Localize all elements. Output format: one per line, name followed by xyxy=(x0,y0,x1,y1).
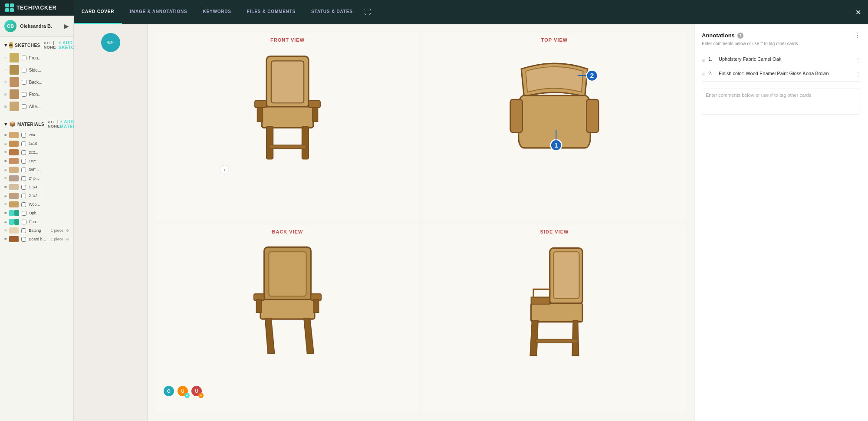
list-item: ≡ 1 1/4... xyxy=(0,183,73,191)
sketches-section-header: ▾ ✏ Sketches All | None + ADD SKETCH xyxy=(0,37,73,52)
sketches-collapse-icon[interactable]: ▾ xyxy=(4,42,7,48)
sketch-checkbox[interactable] xyxy=(22,92,26,97)
material-checkbox[interactable] xyxy=(21,168,26,172)
app-title: TECHPACKER xyxy=(16,5,56,11)
tab-image-annotations[interactable]: IMAGE & ANNOTATIONS xyxy=(122,0,195,24)
annotations-menu-icon[interactable]: ⋮ xyxy=(854,31,861,39)
drag-icon: ≡ xyxy=(4,80,7,85)
back-view-svg xyxy=(161,239,414,360)
card-edit-area: ✏ xyxy=(74,24,148,421)
material-swatch xyxy=(9,236,19,242)
material-checkbox[interactable] xyxy=(21,228,26,233)
material-qty: 1 piece xyxy=(51,237,63,241)
svg-rect-13 xyxy=(510,99,523,132)
tab-keywords[interactable]: KEYWORDS xyxy=(195,0,239,24)
material-qty: 1 piece xyxy=(51,228,63,233)
views-grid: FRONT VIEW xyxy=(156,33,686,412)
annotation-more-icon[interactable]: ⋮ xyxy=(855,56,861,63)
side-view-block: SIDE VIEW xyxy=(423,225,686,412)
materials-collapse-icon[interactable]: ▾ xyxy=(4,121,7,127)
annotations-info-icon[interactable]: ? xyxy=(737,33,743,39)
tab-card-cover[interactable]: CARD COVER xyxy=(74,0,122,24)
material-checkbox[interactable] xyxy=(21,150,26,155)
user-overlay-container: U xyxy=(177,385,189,397)
annotation-more-icon[interactable]: ⋮ xyxy=(855,71,861,78)
material-checkbox[interactable] xyxy=(22,220,26,224)
user-name: Oleksandra B. xyxy=(20,23,52,29)
sketch-checkbox[interactable] xyxy=(22,104,26,109)
tab-status-dates[interactable]: STATUS & DATES xyxy=(303,0,361,24)
material-settings-icon[interactable]: ⚙ xyxy=(66,237,69,241)
modal-body: ✏ ‹ FRONT VIEW xyxy=(74,24,868,421)
sketch-thumb xyxy=(10,77,19,87)
side-view-label: SIDE VIEW xyxy=(540,229,569,234)
material-checkbox[interactable] xyxy=(21,194,26,198)
material-checkbox[interactable] xyxy=(21,141,26,146)
user-status-dot-2 xyxy=(198,393,204,398)
close-button[interactable]: ✕ xyxy=(848,0,868,24)
material-checkbox[interactable] xyxy=(21,133,26,138)
svg-text:1: 1 xyxy=(554,141,558,149)
edit-pencil-button[interactable]: ✏ xyxy=(101,33,120,52)
avatar: OB xyxy=(4,20,16,32)
modal-header: CARD COVER IMAGE & ANNOTATIONS KEYWORDS … xyxy=(74,0,868,24)
list-item: ≡ 1x2" xyxy=(0,157,73,165)
drag-icon: ≡ xyxy=(4,168,7,172)
materials-label: Materials xyxy=(17,122,44,127)
top-view-svg: 2 1 xyxy=(427,47,681,168)
material-checkbox[interactable] xyxy=(21,176,26,181)
modal: CARD COVER IMAGE & ANNOTATIONS KEYWORDS … xyxy=(74,0,868,421)
sketches-filter[interactable]: All | None xyxy=(44,41,59,49)
material-swatch xyxy=(9,201,19,207)
drag-icon: ≡ xyxy=(702,72,705,78)
tab-files-comments[interactable]: FILES & COMMENTS xyxy=(239,0,303,24)
list-item: ≡ 2x4 xyxy=(0,131,73,139)
material-label: 2 1/2... xyxy=(29,194,69,198)
svg-rect-23 xyxy=(260,299,315,319)
material-checkbox[interactable] xyxy=(21,185,26,190)
svg-rect-14 xyxy=(586,99,598,132)
logo: TECHPACKER xyxy=(5,3,56,12)
fullscreen-button[interactable]: ⛶ xyxy=(361,0,375,24)
drag-icon: ≡ xyxy=(4,92,7,97)
annotation-input[interactable]: Enter comments below or use # to tag oth… xyxy=(702,89,861,115)
list-item: ≡ Batting 1 piece ⚙ xyxy=(0,226,73,235)
list-item: ≡ 1x10 xyxy=(0,139,73,148)
sketch-checkbox[interactable] xyxy=(22,56,26,60)
drag-icon: ≡ xyxy=(4,104,7,109)
drag-icon: ≡ xyxy=(4,133,7,137)
user-overlays: O U U xyxy=(163,385,203,397)
sketch-thumb xyxy=(10,102,19,111)
list-item: ≡ Side... xyxy=(0,64,73,76)
sketch-checkbox[interactable] xyxy=(22,68,26,72)
material-label: Woo... xyxy=(29,202,69,207)
list-item: ≡ 2" p... xyxy=(0,174,73,183)
drag-icon: ≡ xyxy=(4,220,7,224)
list-item: ≡ Back... xyxy=(0,76,73,88)
svg-rect-26 xyxy=(256,299,261,312)
material-label: Uph... xyxy=(29,211,69,215)
svg-rect-11 xyxy=(269,145,306,149)
material-label: 1 1/4... xyxy=(29,185,69,189)
material-label: 2x2... xyxy=(29,150,69,155)
annotation-item: ≡ 1. Upholstery Fabric Camel Oak ⋮ xyxy=(702,53,861,67)
materials-list: ≡ 2x4 ≡ 1x10 ≡ 2x2... ≡ 1x2" ≡ 3/8". xyxy=(0,131,73,421)
material-checkbox[interactable] xyxy=(22,211,26,216)
material-checkbox[interactable] xyxy=(21,237,26,242)
sketch-checkbox[interactable] xyxy=(22,80,26,85)
material-checkbox[interactable] xyxy=(21,159,26,164)
drag-icon: ≡ xyxy=(4,194,7,198)
drag-icon: ≡ xyxy=(4,211,7,215)
svg-rect-31 xyxy=(536,339,578,343)
collapse-panel-button[interactable]: ‹ xyxy=(220,165,229,174)
user-status-dot xyxy=(184,393,190,398)
material-checkbox[interactable] xyxy=(21,202,26,207)
user-menu-icon[interactable]: ▶ xyxy=(64,23,69,30)
material-label: Batting xyxy=(29,228,48,233)
side-view-svg xyxy=(427,239,681,360)
drag-icon: ≡ xyxy=(4,68,7,72)
materials-filter[interactable]: All | None xyxy=(48,120,60,128)
sketches-folder-icon: ✏ xyxy=(9,42,13,49)
material-settings-icon[interactable]: ⚙ xyxy=(66,229,69,233)
svg-rect-6 xyxy=(309,101,320,108)
